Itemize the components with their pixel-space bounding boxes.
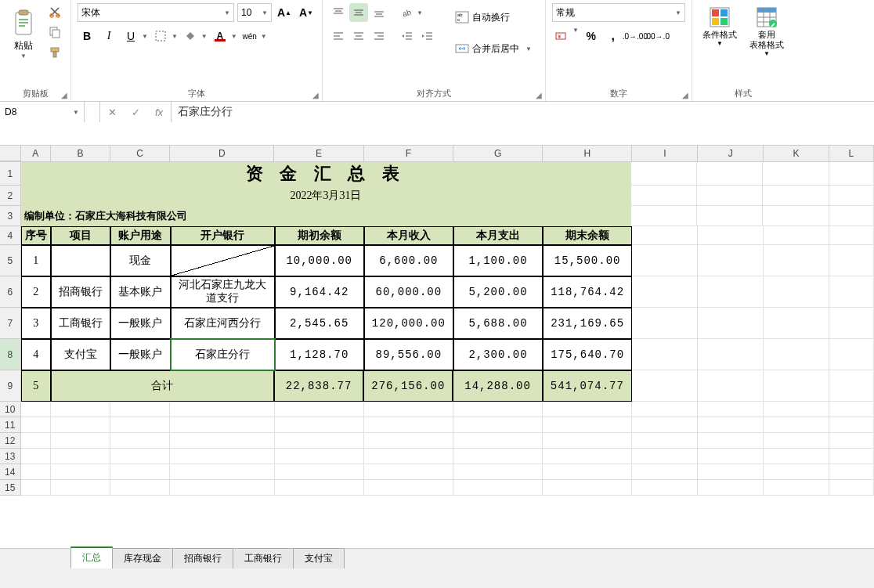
cell[interactable] <box>829 449 874 464</box>
cell[interactable] <box>829 464 874 480</box>
table-cell[interactable]: 招商银行 <box>51 276 110 308</box>
cell[interactable] <box>698 308 764 339</box>
table-header[interactable]: 期初余额 <box>275 226 364 245</box>
table-cell[interactable]: 9,164.42 <box>275 276 364 308</box>
cell[interactable] <box>543 449 632 464</box>
cell[interactable] <box>631 162 697 186</box>
cell[interactable] <box>698 245 764 276</box>
cell[interactable] <box>632 308 698 339</box>
cell[interactable] <box>275 402 364 417</box>
cell[interactable] <box>829 339 874 370</box>
cell[interactable] <box>632 417 698 433</box>
copy-button[interactable] <box>45 23 64 41</box>
cell[interactable] <box>764 449 829 464</box>
number-format-combo[interactable]: 常规▼ <box>552 3 685 22</box>
table-header[interactable]: 期末余额 <box>543 226 632 245</box>
paste-button[interactable]: 粘贴 ▼ <box>6 3 41 66</box>
dialog-launcher-icon[interactable]: ◢ <box>536 91 542 99</box>
cell[interactable] <box>829 226 874 245</box>
cell[interactable] <box>632 370 698 402</box>
row-header[interactable]: 6 <box>0 276 21 308</box>
row-header[interactable]: 13 <box>0 449 21 464</box>
cell[interactable] <box>110 433 170 449</box>
cell[interactable] <box>543 417 632 433</box>
align-right-button[interactable] <box>370 27 388 45</box>
table-header[interactable]: 序号 <box>21 226 51 245</box>
cell[interactable] <box>764 464 829 480</box>
table-cell[interactable]: 276,156.00 <box>363 370 453 402</box>
table-cell[interactable]: 河北石家庄九龙大道支行 <box>171 276 275 308</box>
cell[interactable] <box>829 370 874 402</box>
italic-button[interactable]: I <box>99 27 118 45</box>
row-header[interactable]: 4 <box>0 226 21 245</box>
percent-button[interactable]: % <box>582 27 601 45</box>
row-header[interactable]: 7 <box>0 308 21 339</box>
table-cell[interactable]: 工商银行 <box>51 308 110 339</box>
formula-input[interactable]: 石家庄分行 <box>172 102 874 122</box>
row-header[interactable]: 9 <box>0 370 21 402</box>
row-header[interactable]: 11 <box>0 417 21 433</box>
cell[interactable] <box>51 433 110 449</box>
cell[interactable] <box>110 464 170 480</box>
cell[interactable] <box>453 464 543 480</box>
decrease-decimal-button[interactable]: .00→.0 <box>648 27 666 45</box>
column-header[interactable]: L <box>829 146 874 161</box>
cell[interactable] <box>275 449 364 464</box>
table-cell[interactable]: 175,640.70 <box>543 339 632 370</box>
table-cell[interactable]: 现金 <box>110 245 170 276</box>
table-cell[interactable]: 14,288.00 <box>453 370 542 402</box>
cell[interactable] <box>698 370 764 402</box>
cell[interactable] <box>110 449 170 464</box>
cell[interactable] <box>453 449 543 464</box>
column-header[interactable]: H <box>543 146 632 161</box>
cell[interactable] <box>763 206 829 226</box>
conditional-format-button[interactable]: 条件格式▼ <box>699 3 741 50</box>
table-cell[interactable]: 5 <box>21 370 51 402</box>
sheet-tab[interactable]: 支付宝 <box>293 548 345 568</box>
cell[interactable] <box>51 417 110 433</box>
column-header[interactable]: A <box>21 146 51 161</box>
decrease-font-button[interactable]: A▼ <box>297 3 316 22</box>
cell[interactable] <box>764 308 829 339</box>
sheet-tab[interactable]: 库存现金 <box>112 548 173 568</box>
fx-button[interactable]: fx <box>147 102 171 122</box>
cell[interactable] <box>170 464 274 480</box>
cell[interactable] <box>21 480 51 496</box>
cell[interactable] <box>829 206 874 226</box>
dialog-launcher-icon[interactable]: ◢ <box>312 91 319 99</box>
row-header[interactable]: 1 <box>0 162 21 186</box>
table-header[interactable]: 本月支出 <box>453 226 543 245</box>
cell[interactable] <box>364 464 453 480</box>
cell[interactable] <box>829 162 874 186</box>
format-painter-button[interactable] <box>45 44 64 61</box>
decrease-indent-button[interactable] <box>398 27 417 45</box>
cell[interactable] <box>275 417 364 433</box>
cell[interactable] <box>21 417 51 433</box>
row-header[interactable]: 10 <box>0 402 21 417</box>
cell[interactable] <box>453 402 543 417</box>
table-cell[interactable]: 6,600.00 <box>364 245 453 276</box>
align-center-button[interactable] <box>349 27 368 45</box>
column-header[interactable]: I <box>632 146 698 161</box>
cell[interactable] <box>764 402 829 417</box>
table-cell[interactable]: 支付宝 <box>51 339 110 370</box>
column-header[interactable]: E <box>274 146 363 161</box>
underline-button[interactable]: U <box>121 27 140 45</box>
table-cell[interactable]: 10,000.00 <box>275 245 364 276</box>
merge-center-button[interactable]: 合并后居中▼ <box>448 34 539 63</box>
cell[interactable] <box>631 206 697 226</box>
cell[interactable] <box>698 402 764 417</box>
cell[interactable] <box>51 449 110 464</box>
column-header[interactable]: J <box>698 146 764 161</box>
cell[interactable] <box>698 226 764 245</box>
sheet-tab[interactable]: 工商银行 <box>233 548 294 568</box>
align-middle-button[interactable] <box>349 3 368 22</box>
bold-button[interactable]: B <box>78 27 96 45</box>
cell[interactable] <box>698 433 764 449</box>
wrap-text-button[interactable]: abc自动换行 <box>448 3 539 31</box>
column-header[interactable]: C <box>110 146 170 161</box>
table-header[interactable]: 项目 <box>51 226 110 245</box>
table-cell[interactable]: 1,100.00 <box>453 245 543 276</box>
table-cell[interactable]: 15,500.00 <box>543 245 632 276</box>
cell[interactable] <box>170 417 274 433</box>
